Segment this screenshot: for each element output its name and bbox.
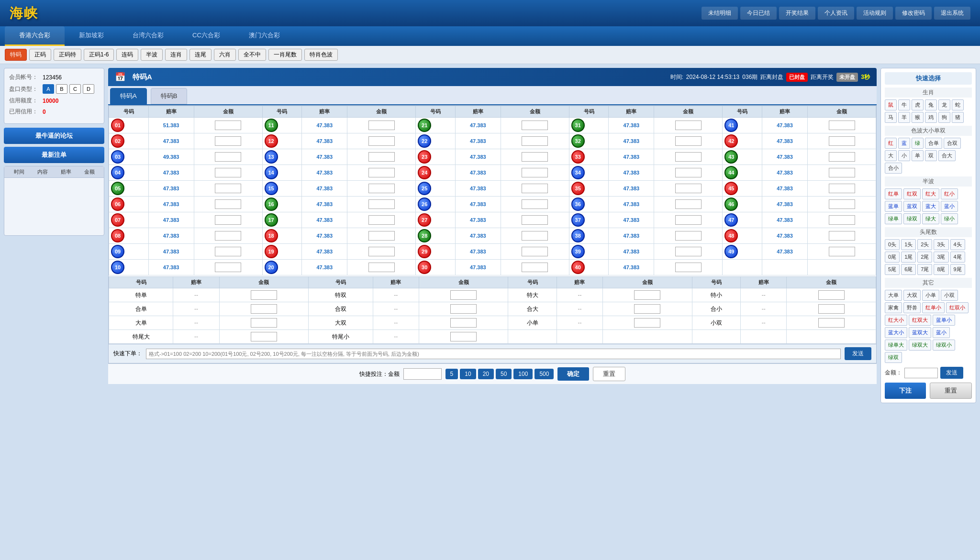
quick-bet-input[interactable] [146,349,841,359]
amount-cell[interactable] [194,118,262,133]
qs-item-button[interactable]: 0头 [885,239,900,250]
qs-item-button[interactable]: 1头 [901,239,916,250]
special-input-特单[interactable] [251,290,277,300]
amount-cell[interactable] [501,118,569,133]
amount-cell[interactable] [501,260,569,275]
amount-cell[interactable] [654,133,723,149]
bet-type-button[interactable]: 连尾 [189,49,212,61]
bet-type-button[interactable]: 全不中 [238,49,266,61]
special-input-合大[interactable] [634,304,660,314]
qs-item-button[interactable]: 单 [912,150,924,161]
amount-cell[interactable] [808,181,876,197]
amount-cell[interactable] [194,260,262,275]
qs-item-button[interactable]: 大 [885,150,897,161]
tab-item[interactable]: 新加坡彩 [65,26,118,46]
amount-input-43[interactable] [829,152,855,162]
qs-item-button[interactable]: 红双小 [946,302,969,313]
header-nav-button[interactable]: 开奖结果 [779,7,815,20]
amount-input-47[interactable] [829,215,855,225]
amount-cell[interactable] [347,197,416,212]
qs-item-button[interactable]: 红双大 [909,315,931,326]
amount-input-05[interactable] [215,184,241,193]
special-amount-cell[interactable] [419,316,508,330]
amount-cell[interactable] [501,165,569,181]
qs-item-button[interactable]: 蓝大 [922,201,939,212]
amount-input-25[interactable] [522,184,548,193]
amount-input-27[interactable] [522,215,548,225]
header-nav-button[interactable]: 退出系统 [934,7,970,20]
qs-item-button[interactable]: 牛 [898,99,910,110]
qs-item-button[interactable]: 蓝小 [933,327,950,338]
qs-item-button[interactable]: 野兽 [903,302,921,313]
amount-input-23[interactable] [522,152,548,162]
qs-item-button[interactable]: 小 [898,150,910,161]
qs-item-button[interactable]: 绿单大 [885,340,907,351]
qs-item-button[interactable]: 家禽 [885,302,902,313]
qs-item-button[interactable]: 绿双 [903,213,921,224]
disk-type-button-c[interactable]: C [69,84,81,94]
qs-item-button[interactable]: 蛇 [952,99,964,110]
amount-input-20[interactable] [368,263,395,272]
qs-item-button[interactable]: 龙 [938,99,950,110]
qs-item-button[interactable]: 7尾 [917,264,932,275]
qs-item-button[interactable]: 小单 [922,290,939,301]
bet-type-button[interactable]: 正码 [29,49,51,61]
amount-input-11[interactable] [368,121,395,130]
amount-cell[interactable] [654,212,723,228]
qs-item-button[interactable]: 绿大 [922,213,939,224]
amount-input-24[interactable] [522,168,548,177]
send-right-button[interactable]: 发送 [940,367,963,379]
amount-cell[interactable] [347,181,416,197]
amount-cell[interactable] [194,149,262,165]
amount-input-21[interactable] [522,121,548,130]
qs-item-button[interactable]: 红大 [922,188,939,199]
amount-input-15[interactable] [368,184,395,193]
special-amount-cell[interactable] [602,288,692,302]
amount-input-09[interactable] [215,247,241,256]
qs-item-button[interactable]: 蓝单 [885,201,902,212]
amount-cell[interactable] [194,212,262,228]
qs-item-button[interactable]: 9尾 [950,264,965,275]
amount-input-14[interactable] [368,168,395,177]
special-amount-cell[interactable] [787,288,876,302]
header-nav-button[interactable]: 未结明细 [702,7,738,20]
special-input-小单[interactable] [634,318,660,328]
amount-cell[interactable] [501,228,569,244]
amount-cell[interactable] [654,228,723,244]
qs-item-button[interactable]: 合大 [938,150,956,161]
tab-item[interactable]: 台湾六合彩 [118,26,178,46]
qs-item-button[interactable]: 绿双 [885,352,902,363]
special-input-特双[interactable] [450,290,477,300]
amount-input-10[interactable] [215,263,241,272]
sub-tab-b[interactable]: 特码B [151,88,188,104]
amount-cell[interactable] [347,228,416,244]
forum-button[interactable]: 最牛逼的论坛 [4,128,104,144]
qs-item-button[interactable]: 红单 [885,188,902,199]
special-input-特尾大[interactable] [251,332,277,341]
qs-item-button[interactable]: 蓝双 [903,201,921,212]
quick-invest-confirm-button[interactable]: 确定 [557,367,589,381]
bet-type-button[interactable]: 正码1-6 [84,49,114,61]
amount-cell[interactable] [194,197,262,212]
amount-cell[interactable] [808,228,876,244]
special-input-合双[interactable] [450,304,477,314]
amount-input-34[interactable] [675,168,702,177]
amount-cell[interactable] [808,149,876,165]
special-amount-cell[interactable] [219,330,309,344]
qs-item-button[interactable]: 绿 [912,138,924,149]
amount-cell[interactable] [501,197,569,212]
special-input-大双[interactable] [450,318,477,328]
special-amount-cell[interactable] [602,302,692,316]
qs-item-button[interactable]: 大单 [885,290,902,301]
special-amount-cell[interactable] [602,316,692,330]
amount-input-16[interactable] [368,199,395,209]
qs-item-button[interactable]: 4尾 [950,252,965,263]
newbet-button[interactable]: 最新注单 [4,147,104,163]
amount-input-08[interactable] [215,231,241,241]
amount-cell[interactable] [194,165,262,181]
sub-tab-a[interactable]: 特码A [110,88,147,104]
qs-item-button[interactable]: 猪 [952,112,964,123]
amount-cell[interactable] [808,165,876,181]
special-input-特小[interactable] [818,290,845,300]
amount-cell[interactable] [808,118,876,133]
